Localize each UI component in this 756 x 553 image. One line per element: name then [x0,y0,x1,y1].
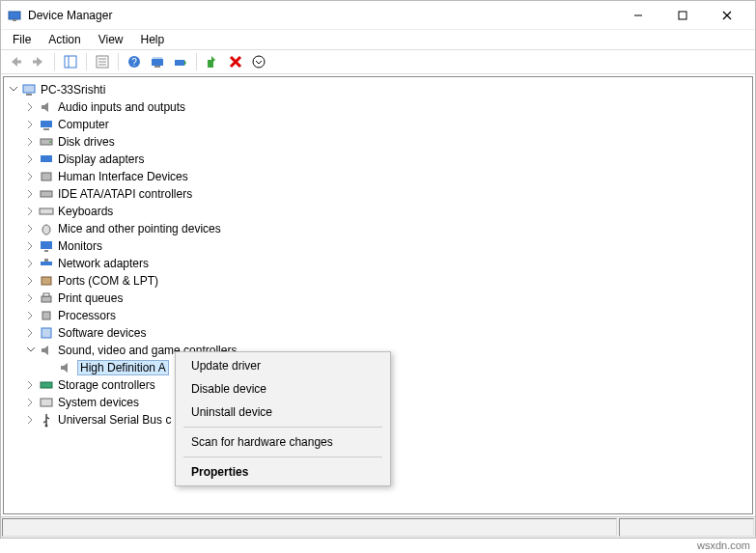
category-network[interactable]: Network adapters [6,255,750,272]
category-monitors[interactable]: Monitors [6,237,750,255]
svg-rect-30 [41,241,52,249]
expander-icon[interactable] [25,275,37,287]
category-processors[interactable]: Processors [6,307,750,324]
expander-icon[interactable] [25,119,37,130]
expander-icon[interactable] [25,171,37,182]
down-arrow-button[interactable] [248,51,269,72]
toolbar-separator [86,53,87,70]
expander-icon[interactable] [8,84,19,96]
svg-rect-26 [42,173,51,180]
minimize-button[interactable] [616,2,660,29]
properties-button[interactable] [92,51,113,72]
category-keyboards[interactable]: Keyboards [6,203,750,220]
expander-icon[interactable] [25,153,37,165]
tree-root[interactable]: PC-33Srishti [6,81,750,98]
expander-icon[interactable] [25,101,37,113]
category-label: Processors [58,309,116,322]
category-label: Monitors [58,239,102,253]
expander-icon[interactable] [25,258,37,269]
titlebar: Device Manager [1,1,755,30]
audio-icon [39,99,54,115]
back-button[interactable] [5,51,26,72]
category-label: Mice and other pointing devices [58,222,221,235]
update-driver-button[interactable] [170,51,191,72]
ctx-update-driver[interactable]: Update driver [178,354,388,377]
statusbar-pane [619,518,754,537]
ctx-properties[interactable]: Properties [178,460,388,484]
category-label: Disk drives [58,135,115,149]
network-icon [39,256,54,271]
expander-icon[interactable] [25,206,37,217]
category-software-devices[interactable]: Software devices [6,324,750,342]
menu-action[interactable]: Action [41,31,88,48]
app-icon [7,8,22,23]
expander-icon[interactable] [25,136,37,148]
expander-icon[interactable] [25,240,37,252]
expander-icon[interactable] [25,379,37,391]
svg-rect-19 [23,85,35,93]
statusbar [1,516,755,538]
category-audio[interactable]: Audio inputs and outputs [6,98,750,116]
uninstall-device-button[interactable] [225,51,246,72]
usb-icon [39,412,54,428]
computer-icon [39,117,54,132]
ctx-uninstall-device[interactable]: Uninstall device [178,401,388,424]
category-hid[interactable]: Human Interface Devices [6,168,750,185]
printer-icon [39,290,54,306]
show-hide-tree-button[interactable] [60,51,81,72]
category-print-queues[interactable]: Print queues [6,290,750,307]
toolbar-separator [118,53,119,70]
expander-icon[interactable] [25,327,37,339]
keyboard-icon [39,204,54,219]
maximize-button[interactable] [660,2,705,29]
expander-icon[interactable] [25,292,37,304]
expander-icon[interactable] [25,414,37,426]
svg-rect-27 [41,191,52,197]
category-label: Network adapters [58,257,149,270]
svg-rect-14 [154,66,160,68]
storage-icon [39,377,54,393]
category-computer[interactable]: Computer [6,116,750,133]
expander-icon[interactable] [25,345,37,356]
svg-rect-22 [43,128,49,130]
category-label: Human Interface Devices [58,170,188,183]
svg-rect-3 [17,61,21,64]
monitor-icon [39,238,54,254]
category-ide[interactable]: IDE ATA/ATAPI controllers [6,185,750,203]
close-button[interactable] [705,2,749,29]
svg-rect-28 [40,208,53,214]
menu-file[interactable]: File [5,31,39,48]
device-tree[interactable]: PC-33Srishti Audio inputs and outputs Co… [3,76,753,514]
category-label: Universal Serial Bus c [58,413,171,427]
disk-icon [39,134,54,150]
svg-rect-34 [42,277,51,285]
statusbar-pane [2,518,617,537]
svg-rect-36 [43,293,49,296]
expander-icon[interactable] [25,310,37,321]
toolbar-separator [54,53,55,70]
svg-rect-20 [26,94,32,96]
category-disk-drives[interactable]: Disk drives [6,133,750,151]
help-button[interactable]: ? [124,51,145,72]
ctx-scan-hardware[interactable]: Scan for hardware changes [178,430,388,454]
hid-icon [39,169,54,184]
category-label: Print queues [58,291,123,305]
expander-icon[interactable] [25,223,37,235]
display-icon [39,152,54,167]
category-ports[interactable]: Ports (COM & LPT) [6,272,750,290]
svg-point-41 [45,425,48,428]
svg-text:?: ? [131,57,137,68]
ctx-disable-device[interactable]: Disable device [178,377,388,401]
root-label: PC-33Srishti [41,83,105,97]
expander-icon[interactable] [25,397,37,408]
scan-button[interactable] [147,51,168,72]
svg-rect-25 [41,155,52,162]
menu-view[interactable]: View [91,31,131,48]
category-mice[interactable]: Mice and other pointing devices [6,220,750,237]
enable-device-button[interactable] [202,51,223,72]
category-display-adapters[interactable]: Display adapters [6,151,750,168]
menu-help[interactable]: Help [133,31,173,48]
mouse-icon [39,221,54,236]
forward-button[interactable] [28,51,49,72]
expander-icon[interactable] [25,188,37,200]
